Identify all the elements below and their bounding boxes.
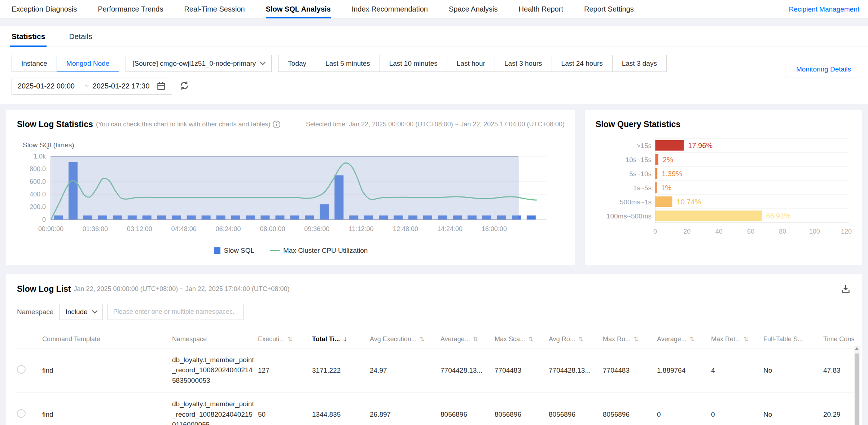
selection-band[interactable] [51,156,518,220]
nav-tab-real-time-session[interactable]: Real-Time Session [184,0,245,18]
svg-text:1.0k: 1.0k [34,153,46,160]
column-header-max-ret[interactable]: Max Ret...⇅ [711,332,763,348]
sort-icon[interactable]: ⇅ [634,336,639,343]
metric-cell: 1344.835 [312,393,370,425]
select-all-header [17,332,42,348]
download-icon[interactable] [840,283,851,294]
column-header-avg-ro[interactable]: Avg Ro...⇅ [549,332,603,348]
nav-tab-report-settings[interactable]: Report Settings [584,0,634,18]
nav-tab-space-analysis[interactable]: Space Analysis [449,0,498,18]
date-separator: ~ [85,82,89,90]
column-header-namespace[interactable]: Namespace [172,332,258,348]
sort-icon[interactable]: ⇅ [744,336,749,343]
command-template-cell: find [42,393,172,425]
namespace-cell: db_loyalty.t_member_point_record_1008202… [172,393,258,425]
svg-text:100ms~500ms: 100ms~500ms [606,212,652,220]
calendar-icon [156,81,166,91]
tab-details[interactable]: Details [69,26,92,47]
sort-icon[interactable]: ⇅ [578,336,583,343]
svg-text:40: 40 [715,228,723,235]
table-head: Command TemplateNamespaceExecuti...⇅Tota… [17,332,861,348]
include-value: Include [65,308,87,316]
filter-row: InstanceMongod Node [Source] cmgo-owjl1z… [12,55,856,72]
sort-icon[interactable]: ⇅ [420,336,425,343]
svg-text:2%: 2% [663,156,673,164]
duration-bucket-bar[interactable] [655,196,672,207]
svg-text:20: 20 [683,228,691,235]
charts-row: Slow Log Statistics (You can check this … [0,110,868,265]
nav-tab-index-recommendation[interactable]: Index Recommendation [352,0,428,18]
legend-cpu[interactable]: Max Cluster CPU Utilization [270,247,368,255]
table-row[interactable]: finddb_loyalty.t_member_point_record_100… [17,348,861,393]
scrollbar-thumb[interactable] [855,354,859,425]
time-range-last-3-hours[interactable]: Last 3 hours [495,55,552,72]
sort-icon[interactable]: ⇅ [473,336,478,343]
slow-log-chart[interactable]: 0200.0400.0600.0800.01.0k00:00:0001:36:0… [15,153,563,243]
monitoring-details-button[interactable]: Monitoring Details [785,61,862,78]
row-radio[interactable] [17,409,26,418]
nav-tab-performance-trends[interactable]: Performance Trends [98,0,163,18]
column-header-full-table-s[interactable]: Full-Table S... [763,332,823,348]
slow-query-chart[interactable]: >15s17.96%10s~15s2%5s~10s1.39%1s~5s1%500… [592,135,855,255]
column-header-max-sca[interactable]: Max Sca...⇅ [495,332,549,348]
node-toggle-instance[interactable]: Instance [12,55,57,72]
row-select-cell [17,348,42,393]
slow-sql-bar[interactable] [527,216,536,220]
duration-bucket-bar[interactable] [655,168,657,179]
table-row[interactable]: finddb_loyalty.t_member_point_record_100… [17,393,861,425]
column-header-average[interactable]: Average...⇅ [657,332,711,348]
sort-icon[interactable]: ⇅ [528,336,533,343]
source-node-select[interactable]: [Source] cmgo-owjl1z51_0-node-primary [126,55,272,72]
legend-slow-sql[interactable]: Slow SQL [214,247,254,255]
chevron-down-icon [92,308,97,314]
metric-cell: 7704483 [495,348,549,393]
info-icon[interactable] [272,120,281,129]
time-range-last-24-hours[interactable]: Last 24 hours [552,55,613,72]
include-select[interactable]: Include [59,304,102,320]
svg-text:00:00:00: 00:00:00 [38,225,63,233]
column-header-total-ti[interactable]: Total Ti...↓ [312,332,370,348]
column-header-max-ro[interactable]: Max Ro...⇅ [603,332,657,348]
svg-text:5s~10s: 5s~10s [629,170,652,178]
tab-statistics[interactable]: Statistics [12,26,45,47]
refresh-button[interactable] [179,80,190,93]
date-range-picker[interactable]: 2025-01-22 00:00 ~ 2025-01-22 17:30 [12,78,172,95]
nav-tab-slow-sql-analysis[interactable]: Slow SQL Analysis [266,0,331,18]
nav-tab-health-report[interactable]: Health Report [519,0,563,18]
sort-icon[interactable]: ⇅ [288,336,293,343]
sort-desc-icon[interactable]: ↓ [343,335,347,343]
metric-cell: 8056896 [495,393,549,425]
slow-log-list-time-range: Jan 22, 2025 00:00:00 (UTC+08:00) ~ Jan … [74,285,290,293]
time-range-last-10-minutes[interactable]: Last 10 minutes [380,55,447,72]
namespace-input[interactable] [107,304,244,320]
sort-icon[interactable]: ⇅ [689,336,694,343]
top-nav: Exception DiagnosisPerformance TrendsRea… [0,0,868,19]
column-header-avg-execution[interactable]: Avg Execution...⇅ [370,332,440,348]
time-range-today[interactable]: Today [278,55,316,72]
metric-cell: No [763,348,823,393]
column-header-executi[interactable]: Executi...⇅ [258,332,312,348]
time-range-last-hour[interactable]: Last hour [447,55,495,72]
time-range-last-3-days[interactable]: Last 3 days [612,55,667,72]
duration-bucket-bar[interactable] [655,211,762,221]
source-node-value: [Source] cmgo-owjl1z51_0-node-primary [132,60,256,68]
duration-bucket-bar[interactable] [655,140,684,151]
node-toggle-mongod-node[interactable]: Mongod Node [57,55,119,72]
duration-bucket-bar[interactable] [655,154,658,165]
svg-text:03:12:00: 03:12:00 [127,225,152,233]
slow-log-list-card: Slow Log List Jan 22, 2025 00:00:00 (UTC… [6,274,862,425]
scroll-up-icon[interactable] [855,347,859,350]
table-header-row: Command TemplateNamespaceExecuti...⇅Tota… [17,332,861,348]
y-axis-label: Slow SQL(times) [23,141,74,149]
column-header-average[interactable]: Average...⇅ [440,332,495,348]
column-label: Max Sca... [495,335,525,343]
slow-log-list-title: Slow Log List [17,284,71,294]
duration-bucket-bar[interactable] [655,182,657,193]
table-scrollbar[interactable] [854,346,860,425]
column-header-command-template[interactable]: Command Template [42,332,172,348]
time-range-last-5-minutes[interactable]: Last 5 minutes [316,55,380,72]
recipient-management-link[interactable]: Recipient Management [789,5,859,13]
row-radio[interactable] [17,365,26,374]
nav-tab-exception-diagnosis[interactable]: Exception Diagnosis [12,0,77,18]
row-select-cell [17,393,42,425]
